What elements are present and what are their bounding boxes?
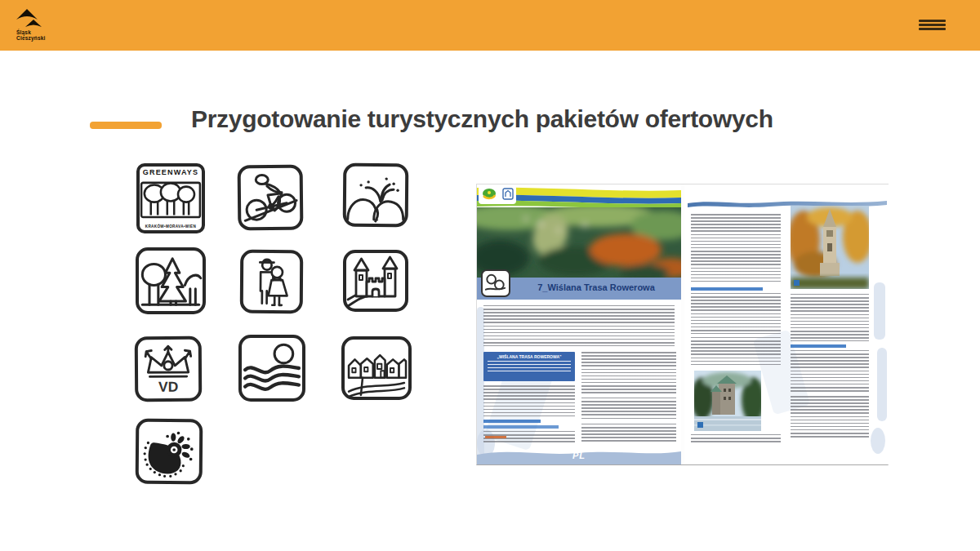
forest-icon xyxy=(139,251,203,311)
folk-couple-icon-tile xyxy=(240,250,304,314)
pl-label: PL xyxy=(477,451,681,460)
deco-shape xyxy=(871,428,885,454)
menu-icon[interactable] xyxy=(919,20,946,30)
body-text-block xyxy=(581,352,676,394)
brochure-right-page xyxy=(684,184,889,464)
couple-icon xyxy=(243,253,300,310)
via-ducalis-label: VD xyxy=(158,379,178,395)
body-text-block xyxy=(483,431,575,444)
brand-logo: Śląsk Cieszyński xyxy=(15,7,72,47)
crown-icon: VD xyxy=(138,340,199,399)
link-heading xyxy=(691,287,763,291)
brochure-spread: 7_Wiślana Trasa Rowerowa „WIŚLANA TRASA … xyxy=(476,184,889,465)
brand-name: Śląsk Cieszyński xyxy=(15,29,72,41)
title-accent-bar xyxy=(90,122,162,129)
town-icon xyxy=(345,340,408,397)
body-text-block xyxy=(691,337,781,367)
brand-name-line2: Cieszyński xyxy=(16,35,72,41)
castle-photo xyxy=(694,371,761,431)
header-bar: Śląsk Cieszyński xyxy=(0,0,980,51)
spring-icon xyxy=(346,167,406,224)
body-text-block xyxy=(791,396,869,438)
route-info-box: „WIŚLANA TRASA ROWEROWA” xyxy=(483,352,575,381)
greenways-label: GREENWAYS xyxy=(140,168,202,176)
deco-shape xyxy=(874,282,885,340)
highlight-text xyxy=(485,436,506,438)
river-icon-tile xyxy=(238,335,305,402)
page-title: Przygotowanie turystycznych pakietów ofe… xyxy=(191,105,773,133)
body-text-block xyxy=(483,385,575,416)
link-heading xyxy=(791,344,846,348)
body-text-block xyxy=(483,305,675,346)
info-box-text xyxy=(488,361,571,374)
body-text-block xyxy=(691,293,781,334)
town-icon-tile xyxy=(341,336,412,400)
tower-photo xyxy=(791,206,869,289)
brochure-left-page: 7_Wiślana Trasa Rowerowa „WIŚLANA TRASA … xyxy=(477,184,681,464)
cyclist-icon xyxy=(241,168,301,228)
info-box-title: „WIŚLANA TRASA ROWEROWA” xyxy=(488,354,571,359)
body-text-block xyxy=(581,398,676,420)
folk-motif-icon-tile xyxy=(136,419,203,485)
route-title: 7_Wiślana Trasa Rowerowa xyxy=(514,282,678,292)
river-sun-icon xyxy=(242,338,302,398)
body-text-block xyxy=(791,294,869,341)
body-text-block xyxy=(581,424,676,444)
route-sketch-icon xyxy=(481,269,510,297)
photo-number-badge xyxy=(697,422,703,428)
castle-icon xyxy=(346,253,405,309)
via-ducalis-icon-tile: VD xyxy=(135,336,203,402)
crest-logo xyxy=(502,188,514,202)
folk-motif-icon xyxy=(139,422,200,482)
mountains-icon xyxy=(15,7,47,29)
euroregion-logo xyxy=(482,188,497,202)
route-banner: 7_Wiślana Trasa Rowerowa xyxy=(477,278,681,300)
greenways-icon-tile: GREENWAYS KRAKÓW•MORAVA•WIEN xyxy=(136,163,205,233)
body-text-block xyxy=(791,350,869,393)
slide-canvas: Śląsk Cieszyński Przygotowanie turystycz… xyxy=(0,0,980,551)
deco-shape xyxy=(877,348,887,421)
link-heading xyxy=(483,425,559,429)
aerial-photo xyxy=(477,207,681,278)
spring-icon-tile xyxy=(343,163,409,228)
forest-icon-tile xyxy=(136,247,206,314)
cycling-icon-tile xyxy=(238,165,304,231)
body-text-block xyxy=(691,214,781,284)
link-heading xyxy=(483,420,541,423)
body-text-block xyxy=(691,434,781,442)
trees-icon xyxy=(140,176,202,224)
publisher-logos xyxy=(479,185,516,204)
castle-icon-tile xyxy=(343,250,408,312)
photo-number-badge xyxy=(794,280,800,286)
brand-name-line1: Śląsk xyxy=(16,29,72,35)
greenways-cities-label: KRAKÓW•MORAVA•WIEN xyxy=(140,224,202,229)
